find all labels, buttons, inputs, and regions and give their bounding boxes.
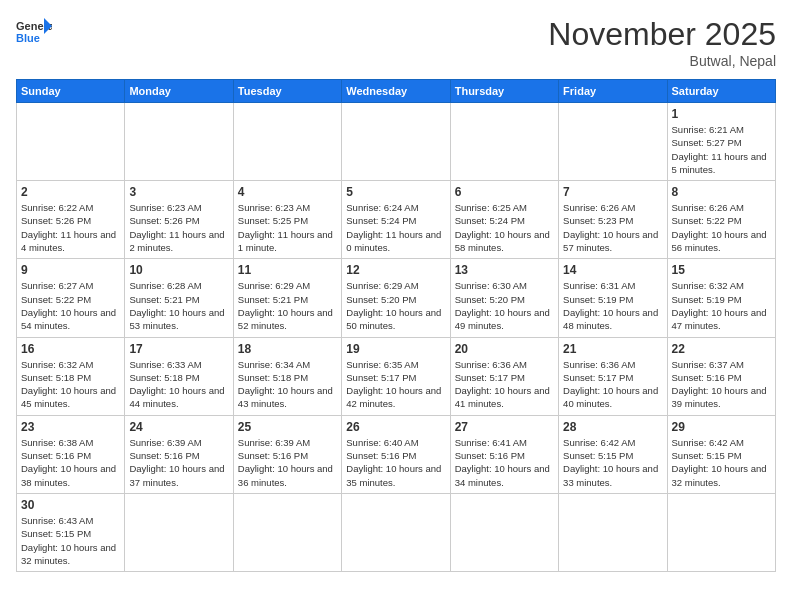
day-info: Sunrise: 6:33 AM Sunset: 5:18 PM Dayligh… [129,358,228,411]
day-cell: 28Sunrise: 6:42 AM Sunset: 5:15 PM Dayli… [559,415,667,493]
day-cell: 22Sunrise: 6:37 AM Sunset: 5:16 PM Dayli… [667,337,775,415]
day-cell [667,493,775,571]
day-cell: 26Sunrise: 6:40 AM Sunset: 5:16 PM Dayli… [342,415,450,493]
header-row: Sunday Monday Tuesday Wednesday Thursday… [17,80,776,103]
day-info: Sunrise: 6:37 AM Sunset: 5:16 PM Dayligh… [672,358,771,411]
day-number: 9 [21,263,120,277]
day-cell: 14Sunrise: 6:31 AM Sunset: 5:19 PM Dayli… [559,259,667,337]
day-number: 3 [129,185,228,199]
day-info: Sunrise: 6:38 AM Sunset: 5:16 PM Dayligh… [21,436,120,489]
week-row-3: 16Sunrise: 6:32 AM Sunset: 5:18 PM Dayli… [17,337,776,415]
day-cell [17,103,125,181]
day-info: Sunrise: 6:41 AM Sunset: 5:16 PM Dayligh… [455,436,554,489]
svg-text:Blue: Blue [16,32,40,44]
page-header: General Blue November 2025 Butwal, Nepal [16,16,776,69]
day-info: Sunrise: 6:34 AM Sunset: 5:18 PM Dayligh… [238,358,337,411]
col-wednesday: Wednesday [342,80,450,103]
day-info: Sunrise: 6:36 AM Sunset: 5:17 PM Dayligh… [455,358,554,411]
day-info: Sunrise: 6:42 AM Sunset: 5:15 PM Dayligh… [672,436,771,489]
col-monday: Monday [125,80,233,103]
week-row-2: 9Sunrise: 6:27 AM Sunset: 5:22 PM Daylig… [17,259,776,337]
day-info: Sunrise: 6:40 AM Sunset: 5:16 PM Dayligh… [346,436,445,489]
day-cell: 15Sunrise: 6:32 AM Sunset: 5:19 PM Dayli… [667,259,775,337]
day-info: Sunrise: 6:39 AM Sunset: 5:16 PM Dayligh… [238,436,337,489]
day-cell: 6Sunrise: 6:25 AM Sunset: 5:24 PM Daylig… [450,181,558,259]
day-info: Sunrise: 6:23 AM Sunset: 5:25 PM Dayligh… [238,201,337,254]
week-row-0: 1Sunrise: 6:21 AM Sunset: 5:27 PM Daylig… [17,103,776,181]
day-cell [450,493,558,571]
day-cell: 10Sunrise: 6:28 AM Sunset: 5:21 PM Dayli… [125,259,233,337]
day-number: 28 [563,420,662,434]
day-cell: 21Sunrise: 6:36 AM Sunset: 5:17 PM Dayli… [559,337,667,415]
week-row-4: 23Sunrise: 6:38 AM Sunset: 5:16 PM Dayli… [17,415,776,493]
day-cell: 17Sunrise: 6:33 AM Sunset: 5:18 PM Dayli… [125,337,233,415]
day-cell [450,103,558,181]
day-number: 18 [238,342,337,356]
day-cell [233,493,341,571]
calendar-table: Sunday Monday Tuesday Wednesday Thursday… [16,79,776,572]
day-info: Sunrise: 6:35 AM Sunset: 5:17 PM Dayligh… [346,358,445,411]
month-title: November 2025 [548,16,776,53]
day-cell: 16Sunrise: 6:32 AM Sunset: 5:18 PM Dayli… [17,337,125,415]
day-number: 20 [455,342,554,356]
day-number: 1 [672,107,771,121]
day-cell: 12Sunrise: 6:29 AM Sunset: 5:20 PM Dayli… [342,259,450,337]
day-number: 23 [21,420,120,434]
day-cell: 7Sunrise: 6:26 AM Sunset: 5:23 PM Daylig… [559,181,667,259]
title-block: November 2025 Butwal, Nepal [548,16,776,69]
day-cell [559,103,667,181]
day-cell [125,103,233,181]
day-info: Sunrise: 6:21 AM Sunset: 5:27 PM Dayligh… [672,123,771,176]
day-number: 26 [346,420,445,434]
day-number: 7 [563,185,662,199]
day-info: Sunrise: 6:43 AM Sunset: 5:15 PM Dayligh… [21,514,120,567]
col-friday: Friday [559,80,667,103]
day-info: Sunrise: 6:25 AM Sunset: 5:24 PM Dayligh… [455,201,554,254]
logo-icon: General Blue [16,16,52,46]
day-cell: 9Sunrise: 6:27 AM Sunset: 5:22 PM Daylig… [17,259,125,337]
day-number: 25 [238,420,337,434]
day-cell: 18Sunrise: 6:34 AM Sunset: 5:18 PM Dayli… [233,337,341,415]
week-row-5: 30Sunrise: 6:43 AM Sunset: 5:15 PM Dayli… [17,493,776,571]
day-number: 15 [672,263,771,277]
day-info: Sunrise: 6:22 AM Sunset: 5:26 PM Dayligh… [21,201,120,254]
day-number: 29 [672,420,771,434]
day-info: Sunrise: 6:36 AM Sunset: 5:17 PM Dayligh… [563,358,662,411]
day-cell: 11Sunrise: 6:29 AM Sunset: 5:21 PM Dayli… [233,259,341,337]
day-number: 12 [346,263,445,277]
col-tuesday: Tuesday [233,80,341,103]
day-cell: 20Sunrise: 6:36 AM Sunset: 5:17 PM Dayli… [450,337,558,415]
day-info: Sunrise: 6:29 AM Sunset: 5:20 PM Dayligh… [346,279,445,332]
location-subtitle: Butwal, Nepal [548,53,776,69]
day-number: 4 [238,185,337,199]
day-info: Sunrise: 6:42 AM Sunset: 5:15 PM Dayligh… [563,436,662,489]
calendar-body: 1Sunrise: 6:21 AM Sunset: 5:27 PM Daylig… [17,103,776,572]
day-number: 24 [129,420,228,434]
col-sunday: Sunday [17,80,125,103]
day-cell: 23Sunrise: 6:38 AM Sunset: 5:16 PM Dayli… [17,415,125,493]
day-number: 30 [21,498,120,512]
col-saturday: Saturday [667,80,775,103]
day-info: Sunrise: 6:39 AM Sunset: 5:16 PM Dayligh… [129,436,228,489]
day-number: 10 [129,263,228,277]
day-cell [233,103,341,181]
day-cell [559,493,667,571]
day-number: 27 [455,420,554,434]
day-number: 6 [455,185,554,199]
day-info: Sunrise: 6:30 AM Sunset: 5:20 PM Dayligh… [455,279,554,332]
calendar-header: Sunday Monday Tuesday Wednesday Thursday… [17,80,776,103]
day-info: Sunrise: 6:28 AM Sunset: 5:21 PM Dayligh… [129,279,228,332]
day-number: 2 [21,185,120,199]
day-number: 19 [346,342,445,356]
day-cell: 24Sunrise: 6:39 AM Sunset: 5:16 PM Dayli… [125,415,233,493]
day-number: 5 [346,185,445,199]
day-info: Sunrise: 6:31 AM Sunset: 5:19 PM Dayligh… [563,279,662,332]
day-cell: 19Sunrise: 6:35 AM Sunset: 5:17 PM Dayli… [342,337,450,415]
day-cell: 5Sunrise: 6:24 AM Sunset: 5:24 PM Daylig… [342,181,450,259]
day-cell: 3Sunrise: 6:23 AM Sunset: 5:26 PM Daylig… [125,181,233,259]
day-number: 11 [238,263,337,277]
week-row-1: 2Sunrise: 6:22 AM Sunset: 5:26 PM Daylig… [17,181,776,259]
day-info: Sunrise: 6:27 AM Sunset: 5:22 PM Dayligh… [21,279,120,332]
day-info: Sunrise: 6:32 AM Sunset: 5:18 PM Dayligh… [21,358,120,411]
logo: General Blue [16,16,52,46]
